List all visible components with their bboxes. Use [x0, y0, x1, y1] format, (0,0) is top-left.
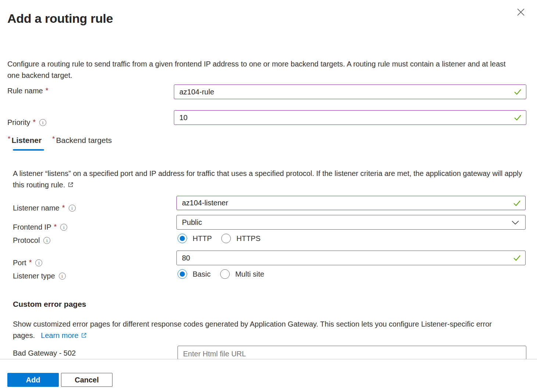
- cancel-button[interactable]: Cancel: [61, 373, 112, 387]
- listener-type-radio-group: Basic Multi site: [178, 269, 264, 279]
- info-icon[interactable]: i: [59, 273, 66, 280]
- page-title: Add a routing rule: [7, 11, 113, 26]
- priority-label: Priority* i: [7, 118, 46, 127]
- protocol-radio-https[interactable]: HTTPS: [221, 234, 261, 243]
- rule-name-label: Rule name*: [7, 87, 49, 95]
- listener-type-radio-basic[interactable]: Basic: [178, 269, 211, 279]
- protocol-label: Protocol i: [13, 236, 50, 245]
- custom-error-pages-heading: Custom error pages: [13, 300, 86, 309]
- listener-type-label: Listener type i: [13, 272, 66, 280]
- required-marker: *: [54, 223, 57, 231]
- dialog-content: Add a routing rule Configure a routing r…: [0, 0, 537, 359]
- radio-unselected-icon: [221, 234, 231, 243]
- port-input[interactable]: [176, 251, 526, 265]
- close-icon: [516, 7, 526, 17]
- bad-gateway-502-url-input[interactable]: [178, 346, 526, 359]
- valid-check-icon: [513, 200, 521, 206]
- required-marker: *: [46, 86, 49, 95]
- protocol-radio-http[interactable]: HTTP: [178, 234, 212, 243]
- radio-selected-icon: [178, 269, 187, 279]
- bad-gateway-502-field: [178, 346, 526, 359]
- info-icon[interactable]: i: [43, 237, 50, 244]
- required-marker: *: [33, 118, 36, 126]
- priority-input[interactable]: [174, 110, 526, 125]
- valid-check-icon: [514, 115, 522, 121]
- required-marker: *: [8, 135, 10, 143]
- required-marker: *: [62, 204, 65, 212]
- frontend-ip-label: Frontend IP* i: [13, 223, 67, 231]
- dialog-description: Configure a routing rule to send traffic…: [7, 58, 515, 81]
- listener-description: A listener “listens” on a specified port…: [13, 168, 526, 191]
- tab-backend-targets[interactable]: * Backend targets: [52, 136, 112, 145]
- info-icon[interactable]: i: [60, 224, 67, 231]
- learn-more-link[interactable]: Learn more: [41, 331, 87, 339]
- external-link-icon[interactable]: [67, 181, 74, 190]
- required-marker: *: [29, 258, 32, 267]
- external-link-icon: [80, 332, 87, 340]
- port-label: Port* i: [13, 259, 42, 267]
- listener-type-radio-multi-site[interactable]: Multi site: [220, 269, 264, 279]
- frontend-ip-selected-value: Public: [182, 218, 202, 227]
- rule-name-field: [174, 84, 526, 99]
- valid-check-icon: [514, 89, 522, 95]
- radio-selected-icon: [178, 234, 187, 243]
- info-icon[interactable]: i: [39, 119, 46, 126]
- info-icon[interactable]: i: [35, 259, 42, 266]
- chevron-down-icon: [511, 218, 519, 227]
- port-field: [176, 251, 526, 265]
- add-button[interactable]: Add: [7, 373, 59, 387]
- frontend-ip-select[interactable]: Public: [176, 215, 526, 230]
- tab-listener[interactable]: * Listener: [8, 136, 42, 145]
- rule-name-input[interactable]: [174, 84, 526, 99]
- active-tab-indicator: [13, 149, 44, 151]
- listener-name-field: [176, 196, 526, 210]
- listener-name-input[interactable]: [176, 196, 526, 210]
- priority-field: [174, 110, 526, 125]
- radio-unselected-icon: [220, 269, 230, 279]
- protocol-radio-group: HTTP HTTPS: [178, 234, 261, 243]
- bad-gateway-502-label: Bad Gateway - 502: [13, 349, 76, 357]
- custom-error-pages-description: Show customized error pages for differen…: [13, 319, 513, 341]
- rule-tabs: * Listener * Backend targets: [8, 136, 112, 145]
- listener-name-label: Listener name* i: [13, 204, 76, 212]
- info-icon[interactable]: i: [69, 205, 76, 212]
- valid-check-icon: [513, 255, 521, 261]
- required-marker: *: [52, 135, 55, 143]
- close-button[interactable]: [514, 5, 528, 19]
